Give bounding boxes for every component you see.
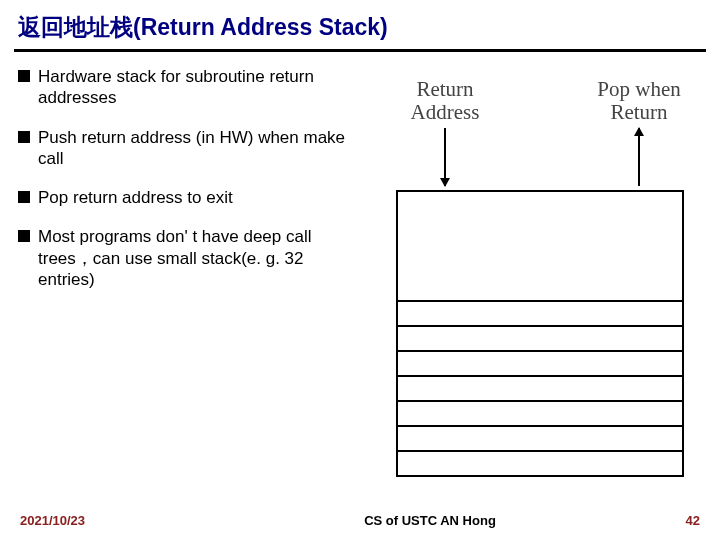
bullet-text: Hardware stack for subroutine return add… <box>38 66 358 109</box>
stack-row <box>398 192 682 302</box>
slide-title: 返回地址栈(Return Address Stack) <box>0 0 720 49</box>
stack-row <box>398 427 682 452</box>
title-divider <box>14 49 706 52</box>
diagram-label-pop: Pop when Return <box>574 78 704 124</box>
list-item: Push return address (in HW) when make ca… <box>18 127 358 170</box>
diagram-label-return: Return Address <box>390 78 500 124</box>
footer-date: 2021/10/23 <box>20 513 220 528</box>
bullet-text: Push return address (in HW) when make ca… <box>38 127 358 170</box>
stack-row <box>398 377 682 402</box>
square-bullet-icon <box>18 131 30 143</box>
bullet-list: Hardware stack for subroutine return add… <box>18 66 358 308</box>
stack-row <box>398 352 682 377</box>
square-bullet-icon <box>18 191 30 203</box>
square-bullet-icon <box>18 70 30 82</box>
footer: 2021/10/23 CS of USTC AN Hong 42 <box>0 513 720 528</box>
footer-page: 42 <box>640 513 700 528</box>
bullet-text: Pop return address to exit <box>38 187 233 208</box>
list-item: Hardware stack for subroutine return add… <box>18 66 358 109</box>
arrow-up-icon <box>638 128 640 186</box>
square-bullet-icon <box>18 230 30 242</box>
footer-center: CS of USTC AN Hong <box>220 513 640 528</box>
bullet-text: Most programs don' t have deep call tree… <box>38 226 358 290</box>
arrow-down-icon <box>444 128 446 186</box>
stack-row <box>398 302 682 327</box>
stack-row <box>398 327 682 352</box>
stack-row <box>398 452 682 477</box>
list-item: Pop return address to exit <box>18 187 358 208</box>
stack-box <box>396 190 684 477</box>
stack-row <box>398 402 682 427</box>
list-item: Most programs don' t have deep call tree… <box>18 226 358 290</box>
stack-diagram: Return Address Pop when Return <box>378 70 708 490</box>
